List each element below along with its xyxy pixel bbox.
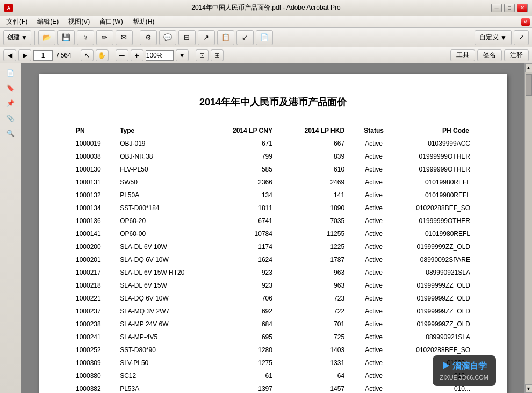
table-row: 1000132PL50A134141Active01019980REFL	[71, 189, 475, 202]
table-cell: 1174	[212, 240, 283, 253]
menu-view[interactable]: 视图(V)	[64, 16, 94, 27]
cursor-tool-button[interactable]: ↖	[81, 49, 94, 61]
panel-btn-3[interactable]: 📌	[3, 97, 18, 110]
tool7-button[interactable]: 📄	[256, 30, 273, 45]
title-bar: A 2014年中国人民币产品面价.pdf - Adobe Acrobat Pro…	[0, 0, 532, 16]
panel-btn-5[interactable]: 🔍	[3, 127, 18, 140]
table-cell: 1000019	[71, 137, 116, 151]
table-cell: 01999999ZZ_OLD	[392, 305, 475, 318]
minimize-button[interactable]: ─	[491, 4, 502, 12]
data-table: PN Type 2014 LP CNY 2014 LP HKD Status P…	[71, 125, 475, 393]
edit-button[interactable]: ✏	[96, 30, 113, 45]
fit-width-button[interactable]: ⊞	[211, 49, 224, 61]
table-cell: 723	[283, 292, 355, 305]
table-cell: 701	[283, 318, 355, 331]
table-row: 1000252SST-D80*9012801403Active01020288B…	[71, 344, 475, 356]
table-row: 1000237SLA-MQ 3V 2W7692722Active01999999…	[71, 305, 475, 318]
nav-sep-1	[77, 48, 77, 62]
table-cell: Active	[355, 292, 392, 305]
toolbar-sep-1	[34, 31, 35, 45]
table-cell: 01999999ZZ_OLD	[392, 279, 475, 292]
table-cell: 01999999ZZ_OLD	[392, 240, 475, 253]
table-cell: 2366	[212, 176, 283, 189]
menu-edit[interactable]: 编辑(E)	[33, 16, 63, 27]
table-cell: 61	[212, 369, 283, 382]
table-cell: 695	[212, 331, 283, 344]
zoom-in-button[interactable]: +	[131, 49, 143, 61]
tool5-button[interactable]: 📋	[217, 30, 234, 45]
table-cell: 1000380	[71, 369, 116, 382]
table-cell: 1000130	[71, 163, 116, 176]
table-row: 1000201SLA-DQ 6V 10W16241787Active089900…	[71, 253, 475, 266]
print-button[interactable]: 🖨	[77, 30, 94, 45]
table-cell: SLA-DL 6V 10W	[116, 240, 211, 253]
scroll-thumb[interactable]	[526, 74, 532, 96]
table-cell: 1280	[212, 344, 283, 356]
fit-page-button[interactable]: ⊡	[196, 49, 209, 61]
nav-forward-button[interactable]: ▶	[18, 49, 31, 61]
gear-button[interactable]: ⚙	[140, 30, 157, 45]
table-cell: 7035	[283, 215, 355, 227]
table-cell: 667	[283, 137, 355, 151]
hand-tool-button[interactable]: ✋	[96, 49, 109, 61]
panel-btn-1[interactable]: 📄	[3, 67, 18, 80]
customize-label: 自定义	[479, 33, 499, 42]
tools-button[interactable]: 工具	[450, 49, 475, 61]
page-number-input[interactable]	[33, 50, 53, 61]
scroll-up-button[interactable]: ▲	[525, 63, 533, 72]
table-cell: 01999999OTHER	[392, 163, 475, 176]
menu-window[interactable]: 窗口(W)	[95, 16, 127, 27]
table-cell: Active	[355, 176, 392, 189]
table-cell: SST-D80*90	[116, 344, 211, 356]
table-cell: 706	[212, 292, 283, 305]
table-cell: SST-D80*184	[116, 202, 211, 215]
document-title: 2014年年中人民币及港币产品面价	[71, 96, 475, 109]
table-row: 1000221SLA-DQ 6V 10W706723Active01999999…	[71, 292, 475, 305]
table-row: 1000141OP60-001078411255Active01019980RE…	[71, 227, 475, 240]
zoom-out-button[interactable]: ─	[116, 49, 128, 61]
watermark: ▶ 溜溜自学 ZIXUE.3D66.COM	[433, 355, 496, 386]
table-cell: Active	[355, 331, 392, 344]
customize-button[interactable]: 自定义 ▼	[475, 30, 512, 45]
col-cny: 2014 LP CNY	[212, 125, 283, 137]
menu-bar: 文件(F) 编辑(E) 视图(V) 窗口(W) 帮助(H) ✕	[0, 16, 532, 28]
sign-button[interactable]: 签名	[477, 49, 502, 61]
tool6-button[interactable]: ↙	[236, 30, 254, 45]
comment-button[interactable]: 💬	[159, 30, 176, 45]
table-cell: SLA-DL 6V 15W HT20	[116, 266, 211, 279]
open-button[interactable]: 📂	[38, 30, 55, 45]
zoom-dropdown-button[interactable]: ▼	[176, 49, 189, 61]
table-cell: 6741	[212, 215, 283, 227]
panel-btn-2[interactable]: 🔖	[3, 82, 18, 95]
pdf-viewport[interactable]: 2014年年中人民币及港币产品面价 PN Type 2014 LP CNY 20…	[21, 63, 524, 393]
col-pn: PN	[71, 125, 116, 137]
table-cell: Active	[355, 253, 392, 266]
zoom-input[interactable]	[146, 50, 174, 61]
toolbar-maximize-button[interactable]: ⤢	[514, 30, 529, 45]
email-button[interactable]: ✉	[116, 30, 133, 45]
table-cell: 01020288BEF_SO	[392, 202, 475, 215]
create-button[interactable]: 创建 ▼	[3, 30, 31, 45]
table-cell: PL50A	[116, 189, 211, 202]
close-button[interactable]: ✕	[517, 4, 528, 12]
menu-file[interactable]: 文件(F)	[2, 16, 32, 27]
table-cell: Active	[355, 305, 392, 318]
scroll-down-button[interactable]: ▼	[525, 384, 533, 393]
comment-nav-button[interactable]: 注释	[504, 49, 529, 61]
watermark-sub: ZIXUE.3D66.COM	[440, 374, 488, 381]
table-cell: 671	[212, 137, 283, 151]
table-cell: PL53A	[116, 382, 211, 393]
tool4-button[interactable]: ↗	[198, 30, 215, 45]
table-row: 1000238SLA-MP 24V 6W684701Active01999999…	[71, 318, 475, 331]
table-cell: 923	[212, 266, 283, 279]
tool3-button[interactable]: ⊟	[178, 30, 196, 45]
table-cell: Active	[355, 369, 392, 382]
save-button[interactable]: 💾	[57, 30, 75, 45]
nav-back-button[interactable]: ◀	[3, 49, 16, 61]
maximize-button[interactable]: □	[504, 4, 515, 12]
panel-btn-4[interactable]: 📎	[3, 112, 18, 125]
table-cell: 1000238	[71, 318, 116, 331]
menu-help[interactable]: 帮助(H)	[128, 16, 159, 27]
menu-close-button[interactable]: ✕	[521, 18, 530, 26]
table-cell: 141	[283, 189, 355, 202]
